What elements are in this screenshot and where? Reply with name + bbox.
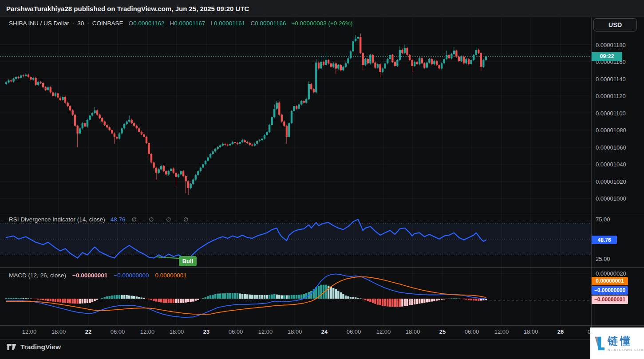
- low-label: L: [211, 20, 214, 27]
- bull-divergence-badge: Bull: [179, 256, 197, 266]
- high-value: 0.00001167: [174, 20, 205, 27]
- rsi-hidden-values: ∅ ∅ ∅ ∅: [132, 216, 194, 223]
- time-axis-label: 26: [557, 328, 564, 335]
- price-scale-label: 0.00001020: [596, 178, 626, 185]
- price-scale-label: 0.00001100: [596, 110, 626, 116]
- close-label: C: [250, 20, 255, 27]
- watermark-logo-icon: [594, 332, 604, 355]
- open-label: O: [129, 20, 134, 27]
- legend-separator: ·: [72, 20, 75, 27]
- time-axis-label: 06:00: [347, 328, 361, 335]
- rsi-title[interactable]: RSI Divergence Indicator (14, close): [9, 216, 105, 223]
- time-axis-label: 12:00: [494, 328, 509, 335]
- header-title: ParshwaTurakhiya28 published on TradingV…: [6, 5, 249, 12]
- close-value: 0.00001166: [255, 20, 286, 27]
- footer-bar: TradingView: [6, 343, 61, 351]
- macd-hist-badge: −0.00000001: [592, 296, 628, 304]
- rsi-legend: RSI Divergence Indicator (14, close) 48.…: [9, 216, 194, 223]
- watermark-site-text: NEATDOWN.COM: [608, 348, 644, 352]
- candles: [5, 34, 487, 195]
- tradingview-brand[interactable]: TradingView: [20, 343, 61, 351]
- time-axis-label: 06:00: [465, 328, 479, 335]
- macd-signal-value: 0.00000001: [155, 272, 186, 279]
- symbol-name[interactable]: SHIBA INU / US Dollar: [9, 20, 69, 27]
- macd-legend: MACD (12, 26, close) −0.00000001 −0.0000…: [9, 272, 187, 279]
- macd-signal-badge: 0.00000001: [592, 277, 628, 285]
- time-axis-label: 06:00: [111, 328, 125, 335]
- time-axis-label: 25: [439, 328, 446, 335]
- rsi-scale-lower-label: 25.00: [596, 256, 610, 262]
- countdown-badge: 09:22: [592, 52, 622, 61]
- tradingview-snapshot: ParshwaTurakhiya28 published on TradingV…: [0, 0, 644, 359]
- low-value: 0.00001161: [214, 20, 245, 27]
- macd-line: [6, 274, 486, 317]
- exchange-name: COINBASE: [92, 20, 123, 27]
- time-axis-label: 18:00: [51, 328, 66, 335]
- time-axis-label: 18:00: [288, 328, 302, 335]
- macd-line-value: −0.00000000: [114, 272, 149, 279]
- chart-canvas[interactable]: [0, 0, 644, 359]
- macd-signal-line: [6, 277, 486, 315]
- rsi-value-badge: 48.76: [592, 236, 617, 244]
- time-axis-label: 18:00: [170, 328, 184, 335]
- time-axis-label: 18:00: [406, 328, 420, 335]
- price-scale-label: 0.00001120: [596, 93, 626, 99]
- interval-value[interactable]: 30: [77, 20, 84, 27]
- time-axis-label: 23: [203, 328, 209, 335]
- rsi-scale-upper-label: 75.00: [596, 216, 610, 223]
- price-scale-label: 0.00001180: [596, 41, 626, 48]
- time-axis-label: 06:00: [229, 328, 243, 335]
- tradingview-logo-icon: [6, 343, 17, 351]
- macd-scale-grid-label: 0.00000020: [596, 270, 626, 277]
- time-axis-label: 12:00: [258, 328, 273, 335]
- header-bar: ParshwaTurakhiya28 published on TradingV…: [0, 0, 644, 17]
- change-value: +0.00000003 (+0.26%): [291, 20, 352, 27]
- price-scale-label: 0.00001000: [596, 195, 626, 202]
- price-scale-label: 0.00001040: [596, 161, 626, 168]
- legend-separator: ·: [87, 20, 89, 27]
- price-scale-label: 0.00001060: [596, 144, 626, 150]
- time-axis-label: 18:00: [524, 328, 538, 335]
- time-axis-label: 12:00: [376, 328, 391, 335]
- time-axis-label: 24: [321, 328, 328, 335]
- rsi-value: 48.76: [111, 216, 126, 223]
- time-axis-label: 12:00: [140, 328, 155, 335]
- high-label: H: [170, 20, 174, 27]
- symbol-legend: SHIBA INU / US Dollar · 30 · COINBASE O …: [9, 20, 353, 27]
- price-scale-label: 0.00001140: [596, 75, 626, 82]
- macd-line-badge: −0.00000000: [592, 286, 628, 295]
- watermark-box[interactable]: 链懂 NEATDOWN.COM: [590, 327, 644, 359]
- open-value: 0.00001162: [133, 20, 164, 27]
- price-scale-label: 0.00001080: [596, 127, 626, 134]
- macd-title[interactable]: MACD (12, 26, close): [9, 272, 66, 279]
- time-axis-label: 12:00: [22, 328, 37, 335]
- watermark-cn-text: 链懂: [608, 335, 632, 347]
- time-axis-label: 22: [85, 328, 91, 335]
- macd-histogram-value: −0.00000001: [72, 272, 107, 279]
- currency-toggle-button[interactable]: USD: [593, 18, 637, 32]
